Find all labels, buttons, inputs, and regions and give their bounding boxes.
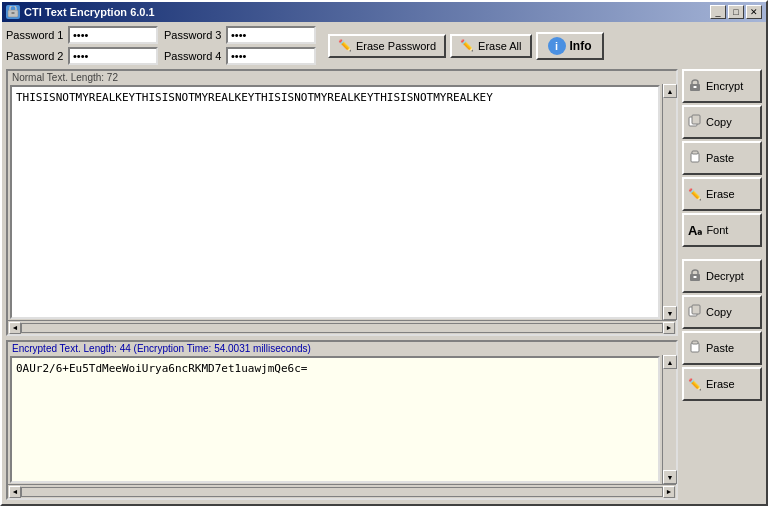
erase-bottom-button[interactable]: ✏️ Erase [682,367,762,401]
svg-rect-13 [692,341,698,344]
password1-row: Password 1 [6,26,158,44]
erase-bottom-label: Erase [706,378,735,390]
encrypted-text-area[interactable] [10,356,660,483]
left-passwords: Password 1 Password 2 [6,26,158,65]
erase-all-icon: ✏️ [460,39,474,52]
right-passwords: Password 3 Password 4 [164,26,316,65]
info-button[interactable]: i Info [536,32,604,60]
paste-bottom-button[interactable]: Paste [682,331,762,365]
eraser-icon: ✏️ [338,39,352,52]
panels-container: Normal Text. Length: 72 ▲ ▼ ◄ ► [6,69,678,500]
vscroll-track [663,98,676,306]
enc-hscroll-right-btn[interactable]: ► [663,486,675,498]
hscroll-track [21,323,663,333]
password4-label: Password 4 [164,50,222,62]
password1-label: Password 1 [6,29,64,41]
paste-top-label: Paste [706,152,734,164]
sidebar-spacer [682,249,762,257]
encrypted-text-vscrollbar[interactable]: ▲ ▼ [662,355,676,484]
paste-top-icon [688,150,702,166]
password3-row: Password 3 [164,26,316,44]
copy-top-icon [688,114,702,130]
font-icon: Aₐ [688,223,702,238]
copy-bottom-label: Copy [706,306,732,318]
password1-input[interactable] [68,26,158,44]
copy-top-label: Copy [706,116,732,128]
encrypted-text-inner: ▲ ▼ [8,355,676,484]
font-label: Font [706,224,728,236]
main-area: Normal Text. Length: 72 ▲ ▼ ◄ ► [6,69,762,500]
enc-vscroll-down-btn[interactable]: ▼ [663,470,677,484]
title-bar: CTI Text Encryption 6.0.1 _ □ ✕ [2,2,766,22]
normal-text-hscrollbar[interactable]: ◄ ► [8,320,676,334]
decrypt-label: Decrypt [706,270,744,282]
password4-row: Password 4 [164,47,316,65]
svg-rect-9 [694,276,697,278]
normal-text-inner: ▲ ▼ [8,84,676,320]
normal-text-header: Normal Text. Length: 72 [8,71,676,84]
lock-icon [688,78,702,94]
maximize-button[interactable]: □ [728,5,744,19]
password4-input[interactable] [226,47,316,65]
top-bar: Password 1 Password 2 Password 3 Passwor… [6,26,762,65]
hscroll-right-btn[interactable]: ► [663,322,675,334]
password2-label: Password 2 [6,50,64,62]
password2-row: Password 2 [6,47,158,65]
enc-hscroll-left-btn[interactable]: ◄ [9,486,21,498]
erase-password-label: Erase Password [356,40,436,52]
top-sidebar-section: Encrypt Copy Paste [682,69,762,247]
normal-text-area[interactable] [10,85,660,319]
encrypted-text-panel: Encrypted Text. Length: 44 (Encryption T… [6,340,678,500]
erase-bottom-icon: ✏️ [688,378,702,391]
svg-rect-11 [692,305,700,314]
decrypt-lock-icon [688,268,702,284]
app-icon [6,5,20,19]
window-title: CTI Text Encryption 6.0.1 [24,6,155,18]
encrypt-button[interactable]: Encrypt [682,69,762,103]
password2-input[interactable] [68,47,158,65]
svg-rect-7 [692,151,698,154]
title-buttons: _ □ ✕ [710,5,762,19]
info-label: Info [570,39,592,53]
close-button[interactable]: ✕ [746,5,762,19]
info-icon: i [548,37,566,55]
minimize-button[interactable]: _ [710,5,726,19]
main-window: CTI Text Encryption 6.0.1 _ □ ✕ Password… [0,0,768,506]
erase-password-button[interactable]: ✏️ Erase Password [328,34,446,58]
sidebar-buttons: Encrypt Copy Paste [682,69,762,500]
encrypt-label: Encrypt [706,80,743,92]
decrypt-button[interactable]: Decrypt [682,259,762,293]
enc-vscroll-up-btn[interactable]: ▲ [663,355,677,369]
normal-text-vscrollbar[interactable]: ▲ ▼ [662,84,676,320]
copy-bottom-button[interactable]: Copy [682,295,762,329]
erase-all-label: Erase All [478,40,521,52]
normal-text-panel: Normal Text. Length: 72 ▲ ▼ ◄ ► [6,69,678,336]
encrypted-text-header: Encrypted Text. Length: 44 (Encryption T… [8,342,676,355]
paste-bottom-icon [688,340,702,356]
password3-label: Password 3 [164,29,222,41]
hscroll-left-btn[interactable]: ◄ [9,322,21,334]
font-button[interactable]: Aₐ Font [682,213,762,247]
password3-input[interactable] [226,26,316,44]
action-buttons: ✏️ Erase Password ✏️ Erase All i Info [328,32,604,60]
vscroll-down-btn[interactable]: ▼ [663,306,677,320]
vscroll-up-btn[interactable]: ▲ [663,84,677,98]
erase-top-icon: ✏️ [688,188,702,201]
paste-top-button[interactable]: Paste [682,141,762,175]
title-bar-left: CTI Text Encryption 6.0.1 [6,5,155,19]
erase-top-label: Erase [706,188,735,200]
bottom-sidebar-section: Decrypt Copy Paste [682,259,762,401]
enc-hscroll-track [21,487,663,497]
erase-all-button[interactable]: ✏️ Erase All [450,34,531,58]
enc-vscroll-track [663,369,676,470]
encrypted-text-hscrollbar[interactable]: ◄ ► [8,484,676,498]
copy-top-button[interactable]: Copy [682,105,762,139]
svg-rect-5 [692,115,700,124]
copy-bottom-icon [688,304,702,320]
svg-rect-1 [12,12,15,14]
erase-top-button[interactable]: ✏️ Erase [682,177,762,211]
svg-rect-3 [694,86,697,88]
paste-bottom-label: Paste [706,342,734,354]
window-content: Password 1 Password 2 Password 3 Passwor… [2,22,766,504]
